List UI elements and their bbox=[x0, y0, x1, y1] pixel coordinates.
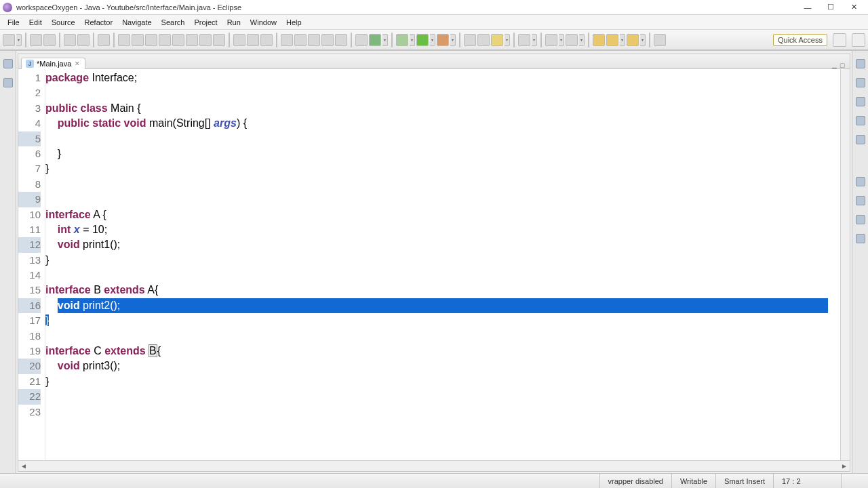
view-icon-1[interactable] bbox=[3, 59, 13, 68]
drop-frame-icon[interactable] bbox=[213, 34, 225, 46]
code-line[interactable] bbox=[45, 177, 840, 192]
ext-tools-button[interactable] bbox=[437, 34, 449, 46]
t2-icon[interactable] bbox=[247, 34, 259, 46]
ext-dropdown[interactable]: ▾ bbox=[450, 34, 456, 46]
view-icon-r4[interactable] bbox=[856, 116, 865, 125]
editor-body[interactable]: 1234567891011121314151617181920212223 pa… bbox=[18, 69, 850, 460]
t8-icon[interactable] bbox=[335, 34, 347, 46]
menu-search[interactable]: Search bbox=[157, 17, 190, 28]
debug-disconnect-icon[interactable] bbox=[159, 34, 171, 46]
step-over-icon[interactable] bbox=[186, 34, 198, 46]
menu-edit[interactable]: Edit bbox=[24, 17, 47, 28]
code-line[interactable]: interface B extends A{ bbox=[45, 283, 840, 298]
t9-icon[interactable] bbox=[355, 34, 368, 46]
debug-perspective-icon[interactable] bbox=[852, 33, 865, 47]
ot-dropdown[interactable]: ▾ bbox=[559, 34, 564, 46]
run-button[interactable] bbox=[416, 34, 429, 46]
maximize-button[interactable]: ☐ bbox=[819, 0, 842, 15]
wand-icon[interactable] bbox=[98, 34, 110, 46]
code-line[interactable] bbox=[45, 389, 840, 404]
view-icon-r8[interactable] bbox=[856, 215, 865, 224]
code-line[interactable] bbox=[45, 405, 840, 420]
toggle2-icon[interactable] bbox=[77, 34, 90, 46]
java-perspective-icon[interactable] bbox=[833, 33, 846, 47]
search-icon[interactable] bbox=[518, 34, 530, 46]
t1-icon[interactable] bbox=[233, 34, 245, 46]
menu-file[interactable]: File bbox=[3, 17, 24, 28]
editor-tab[interactable]: J *Main.java ✕ bbox=[21, 58, 85, 69]
code-line[interactable]: } bbox=[45, 374, 840, 389]
back-nav-icon[interactable] bbox=[593, 34, 605, 46]
menu-project[interactable]: Project bbox=[189, 17, 222, 28]
view-icon-r1[interactable] bbox=[856, 59, 865, 68]
menu-source[interactable]: Source bbox=[47, 17, 80, 28]
t6-icon[interactable] bbox=[308, 34, 320, 46]
h-scrollbar[interactable]: ◄ ► bbox=[18, 460, 850, 471]
code-line[interactable]: } bbox=[45, 253, 840, 268]
new-pkg-icon[interactable] bbox=[464, 34, 476, 46]
code-line[interactable]: package Interface; bbox=[45, 70, 840, 85]
code-line[interactable]: void print2(); bbox=[45, 298, 840, 313]
code-line[interactable]: void print3(); bbox=[45, 359, 840, 373]
view-icon-r7[interactable] bbox=[856, 196, 865, 205]
toggle1-icon[interactable] bbox=[64, 34, 76, 46]
fn-dropdown[interactable]: ▾ bbox=[620, 34, 625, 46]
sync-dropdown[interactable]: ▾ bbox=[382, 34, 388, 46]
view-icon-r2[interactable] bbox=[856, 78, 865, 87]
pin-icon[interactable] bbox=[654, 34, 666, 46]
save-button[interactable] bbox=[30, 34, 42, 46]
t7-icon[interactable] bbox=[321, 34, 334, 46]
step-into-icon[interactable] bbox=[172, 34, 184, 46]
view-icon-r9[interactable] bbox=[856, 234, 865, 243]
t3-icon[interactable] bbox=[260, 34, 273, 46]
menu-help[interactable]: Help bbox=[281, 17, 307, 28]
step-return-icon[interactable] bbox=[199, 34, 212, 46]
open-task-icon[interactable] bbox=[545, 34, 557, 46]
s-dropdown[interactable]: ▾ bbox=[532, 34, 537, 46]
run-dropdown[interactable]: ▾ bbox=[430, 34, 435, 46]
hl-dropdown[interactable]: ▾ bbox=[505, 34, 510, 46]
code-line[interactable]: interface A { bbox=[45, 207, 840, 222]
code-line[interactable] bbox=[45, 329, 840, 344]
menu-navigate[interactable]: Navigate bbox=[117, 17, 156, 28]
fwd-nav-icon[interactable] bbox=[606, 34, 618, 46]
close-button[interactable]: ✕ bbox=[842, 0, 865, 15]
code-line[interactable]: interface C extends B{ bbox=[45, 344, 840, 359]
t10-icon[interactable] bbox=[566, 34, 578, 46]
last-edit-icon[interactable] bbox=[627, 34, 639, 46]
code-line[interactable]: } bbox=[45, 313, 840, 328]
debug-resume-icon[interactable] bbox=[118, 34, 130, 46]
maximize-view-icon[interactable]: ▢ bbox=[840, 62, 846, 68]
code-line[interactable]: } bbox=[45, 146, 840, 161]
t5-icon[interactable] bbox=[294, 34, 307, 46]
view-icon-r3[interactable] bbox=[856, 97, 865, 106]
code-line[interactable] bbox=[45, 192, 840, 207]
code-line[interactable] bbox=[45, 131, 840, 146]
minimize-button[interactable]: — bbox=[796, 0, 819, 15]
code-line[interactable]: public static void main(String[] args) { bbox=[45, 116, 840, 131]
debug-dropdown[interactable]: ▾ bbox=[410, 34, 415, 46]
new-dropdown[interactable]: ▾ bbox=[16, 34, 22, 46]
quick-access[interactable]: Quick Access bbox=[773, 34, 827, 46]
code-line[interactable]: int x = 10; bbox=[45, 222, 840, 237]
code-area[interactable]: package Interface;public class Main { pu… bbox=[45, 69, 840, 460]
t4-icon[interactable] bbox=[281, 34, 293, 46]
menu-refactor[interactable]: Refactor bbox=[80, 17, 118, 28]
view-icon-r6[interactable] bbox=[856, 177, 865, 186]
code-line[interactable]: public class Main { bbox=[45, 101, 840, 116]
minimize-view-icon[interactable]: ▁ bbox=[832, 62, 837, 68]
scroll-right-icon[interactable]: ► bbox=[839, 462, 850, 470]
save-all-button[interactable] bbox=[43, 34, 56, 46]
le-dropdown[interactable]: ▾ bbox=[640, 34, 646, 46]
debug-stop-icon[interactable] bbox=[145, 34, 157, 46]
code-line[interactable] bbox=[45, 85, 840, 100]
code-line[interactable]: void print1(); bbox=[45, 237, 840, 252]
overview-ruler[interactable] bbox=[840, 69, 850, 460]
view-icon-r5[interactable] bbox=[856, 135, 865, 144]
debug-pause-icon[interactable] bbox=[132, 34, 144, 46]
highlight-icon[interactable] bbox=[491, 34, 503, 46]
code-line[interactable] bbox=[45, 268, 840, 283]
t10-dropdown[interactable]: ▾ bbox=[579, 34, 585, 46]
scroll-left-icon[interactable]: ◄ bbox=[18, 462, 29, 470]
debug-button[interactable] bbox=[396, 34, 408, 46]
